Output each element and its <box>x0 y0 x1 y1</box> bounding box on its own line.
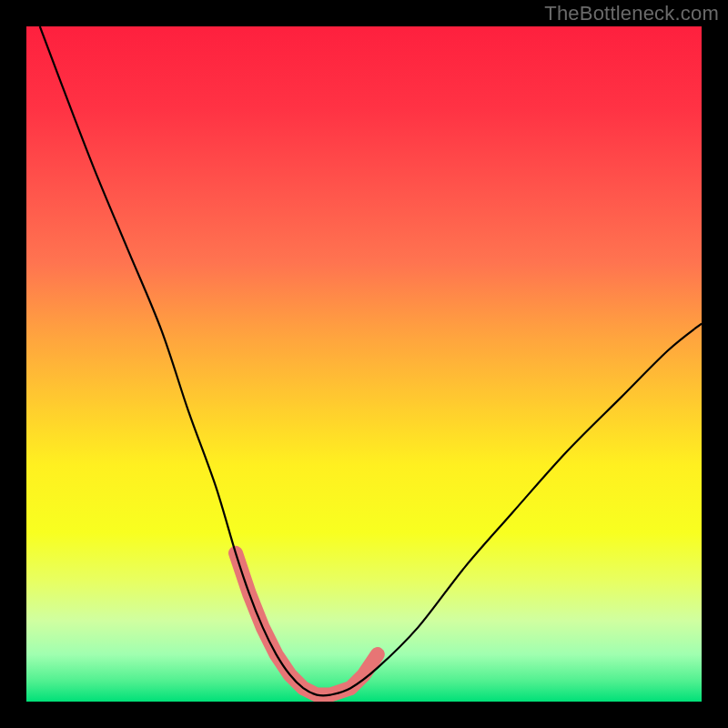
gradient-background <box>26 26 702 702</box>
chart-svg <box>26 26 702 702</box>
chart-frame: TheBottleneck.com <box>0 0 728 728</box>
plot-area <box>26 26 702 702</box>
attribution-label: TheBottleneck.com <box>544 2 719 25</box>
